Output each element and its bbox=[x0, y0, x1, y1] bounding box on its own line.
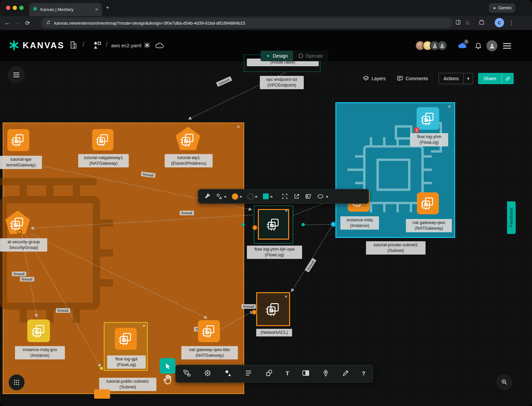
window-minimize-button[interactable] bbox=[13, 6, 17, 10]
layers-button[interactable]: Layers bbox=[363, 73, 386, 84]
shape-search-icon[interactable] bbox=[317, 193, 328, 199]
actions-button[interactable]: Actions ▼ bbox=[439, 73, 473, 84]
pan-tool[interactable] bbox=[162, 373, 174, 387]
node-nat-gateway-qwo-bbc[interactable] bbox=[198, 320, 220, 342]
design-mode-icon bbox=[266, 54, 270, 58]
node-label-networkacl[interactable]: (NetworkACL) bbox=[256, 329, 292, 336]
node-label-instance-mdq[interactable]: instance-mdq (Instance) bbox=[340, 216, 379, 230]
resize-handle[interactable] bbox=[301, 223, 305, 226]
site-settings-icon[interactable] bbox=[46, 20, 51, 26]
media-tool[interactable] bbox=[265, 369, 273, 378]
address-bar[interactable]: kanvas.new/extension/meshmap?mode=design… bbox=[41, 18, 452, 28]
designs-icon[interactable] bbox=[92, 40, 102, 51]
flow-node-tool[interactable] bbox=[183, 369, 191, 378]
node-label-public-subnet[interactable]: tutorial-public-subnet1 (Subnet) bbox=[99, 378, 156, 391]
user-avatar[interactable] bbox=[486, 40, 497, 51]
corner-x-icon[interactable]: ✕ bbox=[237, 125, 240, 129]
tab-close-icon[interactable]: ✕ bbox=[95, 7, 98, 12]
browser-profile-avatar[interactable]: C bbox=[495, 18, 504, 27]
node-tutorial-igw[interactable] bbox=[7, 129, 29, 151]
save-cloud-icon[interactable] bbox=[155, 42, 164, 51]
feedback-tab[interactable]: Feedback bbox=[507, 201, 516, 234]
node-tutorial-natgateway1[interactable] bbox=[92, 129, 113, 150]
node-nat-gateway-qwo[interactable] bbox=[417, 192, 439, 214]
node-label-flow-log-yhm[interactable]: flow log-yhm (FlowLog) bbox=[410, 133, 448, 146]
tab-design[interactable]: Design bbox=[261, 51, 293, 61]
actions-caret-icon[interactable]: ▼ bbox=[464, 73, 473, 84]
sync-status-icon[interactable]: 0 bbox=[458, 41, 467, 51]
collaborator-avatar[interactable] bbox=[437, 41, 447, 51]
back-button[interactable]: ← bbox=[5, 20, 10, 26]
node-label-nat-gateway-qwo[interactable]: nat gateway-qwo (NATGateway) bbox=[406, 219, 452, 232]
connection-port[interactable] bbox=[17, 230, 22, 234]
reload-button[interactable]: ⟳ bbox=[25, 20, 30, 27]
corner-x-icon[interactable]: ✕ bbox=[284, 295, 287, 299]
corner-x-icon[interactable]: ✕ bbox=[448, 105, 451, 108]
bookmark-star-icon[interactable]: ☆ bbox=[465, 19, 470, 26]
fit-frame-icon[interactable] bbox=[281, 193, 288, 200]
app-menu-icon[interactable] bbox=[502, 43, 512, 51]
open-external-icon[interactable] bbox=[293, 193, 300, 200]
browser-tab[interactable]: Kanvas | Meshery ✕ bbox=[29, 3, 102, 16]
select-tool[interactable] bbox=[160, 358, 175, 374]
organization-icon[interactable] bbox=[69, 41, 78, 51]
resize-handle[interactable] bbox=[242, 223, 245, 226]
gemini-badge[interactable]: ✦ Gemini bbox=[489, 3, 515, 13]
help-button[interactable]: ? bbox=[362, 371, 365, 377]
sticky-note-tool[interactable] bbox=[302, 369, 310, 378]
apps-grid-button[interactable] bbox=[9, 374, 25, 390]
forward-button[interactable]: → bbox=[15, 20, 21, 26]
text-tool[interactable]: T bbox=[286, 371, 289, 377]
node-flow-log-yhm[interactable] bbox=[417, 107, 439, 130]
kanvas-logo[interactable]: KANVAS bbox=[9, 40, 65, 51]
shapes-tool[interactable] bbox=[224, 369, 232, 378]
configure-tool-icon[interactable] bbox=[204, 193, 211, 200]
node-label-private-subnet[interactable]: tutorial-private-subnet1 (Subnet) bbox=[366, 241, 426, 255]
canvas-menu-button[interactable] bbox=[8, 67, 24, 83]
new-tab-button[interactable]: + bbox=[106, 4, 109, 11]
node-label-tutorial-igw[interactable]: tutorial-igw ternetGateway) bbox=[0, 156, 42, 169]
save-panel-icon[interactable] bbox=[455, 19, 461, 26]
pencil-tool[interactable] bbox=[342, 369, 349, 378]
tab-operate[interactable]: Operate bbox=[293, 51, 328, 61]
node-vpc-endpoint[interactable]: vpc endpoint-slz (VPCEndpoint) bbox=[260, 76, 304, 89]
comments-button[interactable]: Comments bbox=[397, 73, 428, 84]
connection-port[interactable] bbox=[99, 366, 104, 371]
window-close-button[interactable] bbox=[6, 6, 10, 10]
connection-port[interactable] bbox=[252, 225, 258, 230]
node-label-flow-log-gpt[interactable]: flow log-gpt (FlowLog) bbox=[107, 355, 146, 369]
shapes-picker-icon[interactable] bbox=[216, 193, 227, 200]
pen-tool[interactable] bbox=[322, 369, 329, 378]
logo-text: KANVAS bbox=[23, 40, 65, 51]
color-picker-orange[interactable] bbox=[232, 193, 242, 200]
node-label-tutorial-natgateway1[interactable]: tutorial-natgateway1 (NATGateway) bbox=[78, 154, 129, 167]
add-image-icon[interactable] bbox=[305, 193, 312, 200]
connection-port[interactable] bbox=[331, 222, 336, 227]
corner-x-icon[interactable]: ✕ bbox=[142, 324, 145, 328]
design-file-name[interactable]: aws ec2.yaml bbox=[111, 43, 141, 48]
connection-port[interactable] bbox=[252, 309, 257, 315]
node-flow-log-yhm-kjh-xyw[interactable] bbox=[258, 209, 289, 240]
node-label-tutorial-eip1[interactable]: tutorial-eip1 (ElasticIPAddress) bbox=[165, 154, 213, 167]
helm-chart-tool[interactable] bbox=[204, 369, 212, 378]
node-label-flow-log-kjh[interactable]: flow log-yhm-kjh-xyw (FlowLog) bbox=[247, 246, 302, 259]
component-chip-icon bbox=[266, 217, 281, 232]
corner-x-icon[interactable]: ✕ bbox=[285, 209, 288, 213]
browser-menu-icon[interactable]: ⋮ bbox=[508, 19, 514, 26]
window-zoom-button[interactable] bbox=[19, 6, 24, 10]
node-flow-log-gpt[interactable] bbox=[115, 328, 137, 350]
node-clipped-bottom[interactable] bbox=[94, 389, 110, 399]
copy-link-icon[interactable] bbox=[502, 73, 514, 84]
share-button[interactable]: Share bbox=[478, 73, 514, 84]
node-label-nat-gateway-qwo-bbc[interactable]: nat gateway-qwo-bbc (NATGateway) bbox=[181, 346, 238, 359]
extensions-icon[interactable] bbox=[478, 19, 485, 27]
notifications-bell-icon[interactable] bbox=[474, 41, 482, 51]
fill-style-picker[interactable] bbox=[263, 193, 273, 199]
node-label-security-group[interactable]: al-security-group SecurityGroup) bbox=[0, 238, 47, 252]
node-label-instance-mdq-gnx[interactable]: instance-mdq-gnx (Instance) bbox=[15, 346, 65, 359]
merge-design-icon[interactable] bbox=[143, 41, 151, 51]
annotation-tool[interactable] bbox=[245, 369, 253, 378]
border-style-picker[interactable] bbox=[248, 193, 258, 199]
node-instance-mdq-gnx[interactable] bbox=[27, 319, 50, 342]
zoom-search-button[interactable] bbox=[497, 374, 512, 390]
